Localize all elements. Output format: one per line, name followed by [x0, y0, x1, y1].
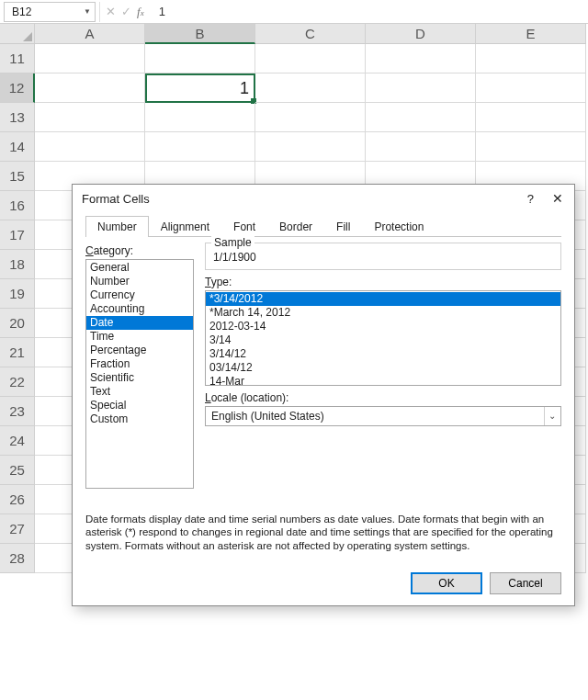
format-cells-dialog: Format Cells ? ✕ NumberAlignmentFontBord… [72, 184, 575, 606]
row-header[interactable]: 22 [0, 367, 35, 397]
cell[interactable] [366, 132, 476, 162]
list-item[interactable]: *3/14/2012 [206, 292, 560, 306]
formula-bar: B12 ▼ ✕ ✓ fx 1 [0, 0, 588, 24]
sample-value: 1/1/1900 [213, 251, 256, 264]
column-headers: ABCDE [0, 24, 588, 44]
name-box[interactable]: B12 ▼ [4, 2, 96, 22]
cell[interactable] [255, 103, 366, 132]
column-header[interactable]: A [35, 24, 145, 44]
name-box-dropdown-icon[interactable]: ▼ [84, 7, 91, 16]
cell[interactable] [145, 103, 255, 132]
list-item[interactable]: Currency [86, 288, 193, 302]
dialog-buttons: OK Cancel [73, 563, 574, 605]
column-header[interactable]: E [476, 24, 586, 44]
row-header[interactable]: 21 [0, 338, 35, 367]
list-item[interactable]: General [86, 261, 193, 275]
column-header[interactable]: B [145, 24, 255, 44]
help-icon[interactable]: ? [524, 192, 537, 206]
row-header[interactable]: 25 [0, 456, 35, 485]
category-listbox[interactable]: GeneralNumberCurrencyAccountingDateTimeP… [85, 259, 194, 489]
list-item[interactable]: *March 14, 2012 [206, 306, 560, 320]
ok-button[interactable]: OK [411, 572, 482, 594]
row-header[interactable]: 17 [0, 220, 35, 250]
row-header[interactable]: 18 [0, 250, 35, 279]
tab-protection[interactable]: Protection [362, 216, 435, 237]
cell[interactable]: 1 [145, 73, 255, 103]
select-all-corner[interactable] [0, 24, 35, 44]
list-item[interactable]: 3/14 [206, 333, 560, 347]
list-item[interactable]: Percentage [86, 344, 193, 357]
cell[interactable] [366, 103, 476, 132]
column-header[interactable]: C [255, 24, 366, 44]
cell[interactable] [366, 73, 476, 103]
cell[interactable] [35, 73, 145, 103]
cell[interactable] [255, 73, 366, 103]
format-description: Date formats display date and time seria… [85, 513, 561, 552]
row-header[interactable]: 12 [0, 73, 35, 103]
row-header[interactable]: 27 [0, 514, 35, 544]
list-item[interactable]: Number [86, 275, 193, 288]
row-header[interactable]: 13 [0, 103, 35, 132]
list-item[interactable]: 03/14/12 [206, 361, 560, 375]
list-item[interactable]: Date [86, 316, 193, 330]
list-item[interactable]: 14-Mar [206, 375, 560, 386]
grid-row: 11 [0, 44, 588, 73]
cell[interactable] [145, 44, 255, 73]
cell[interactable] [476, 132, 586, 162]
insert-function-icon[interactable]: fx [137, 5, 144, 19]
cell[interactable] [35, 132, 145, 162]
cell[interactable] [35, 103, 145, 132]
tab-alignment[interactable]: Alignment [149, 216, 221, 237]
row-header[interactable]: 11 [0, 44, 35, 73]
list-item[interactable]: Scientific [86, 371, 193, 385]
grid-row: 14 [0, 132, 588, 162]
row-header[interactable]: 28 [0, 544, 35, 573]
type-label: Type: [205, 276, 561, 288]
tab-border[interactable]: Border [267, 216, 324, 237]
category-label: Category: [85, 244, 194, 257]
dialog-titlebar[interactable]: Format Cells ? ✕ [73, 185, 574, 212]
cell[interactable] [145, 132, 255, 162]
list-item[interactable]: Time [86, 330, 193, 344]
list-item[interactable]: Special [86, 399, 193, 412]
cell[interactable] [476, 44, 586, 73]
row-header[interactable]: 24 [0, 426, 35, 456]
tab-number[interactable]: Number [85, 216, 149, 237]
tab-fill[interactable]: Fill [324, 216, 362, 237]
row-header[interactable]: 14 [0, 132, 35, 162]
tab-font[interactable]: Font [221, 216, 267, 237]
list-item[interactable]: Accounting [86, 302, 193, 316]
list-item[interactable]: Fraction [86, 357, 193, 371]
cell[interactable] [35, 44, 145, 73]
row-header[interactable]: 26 [0, 485, 35, 514]
type-listbox[interactable]: *3/14/2012*March 14, 20122012-03-143/143… [205, 290, 561, 386]
list-item[interactable]: 2012-03-14 [206, 320, 560, 333]
locale-label: Locale (location): [205, 391, 561, 404]
enter-entry-icon: ✓ [121, 5, 131, 18]
formula-bar-value[interactable]: 1 [150, 5, 165, 18]
sample-box: Sample 1/1/1900 [205, 243, 561, 270]
row-header[interactable]: 20 [0, 309, 35, 338]
cancel-button[interactable]: Cancel [490, 572, 561, 594]
row-header[interactable]: 15 [0, 162, 35, 191]
chevron-down-icon: ⌄ [544, 407, 559, 425]
locale-combo[interactable]: English (United States) ⌄ [205, 406, 561, 426]
dialog-tabs: NumberAlignmentFontBorderFillProtection [85, 216, 561, 237]
list-item[interactable]: 3/14/12 [206, 347, 560, 361]
locale-value: English (United States) [211, 410, 324, 423]
cell[interactable] [366, 44, 476, 73]
grid-row: 13 [0, 103, 588, 132]
row-header[interactable]: 23 [0, 397, 35, 426]
grid-row: 121 [0, 73, 588, 103]
list-item[interactable]: Custom [86, 412, 193, 426]
sample-label: Sample [211, 236, 254, 249]
list-item[interactable]: Text [86, 385, 193, 399]
cell[interactable] [255, 132, 366, 162]
cell[interactable] [476, 103, 586, 132]
cell[interactable] [255, 44, 366, 73]
close-icon[interactable]: ✕ [548, 192, 567, 205]
cell[interactable] [476, 73, 586, 103]
row-header[interactable]: 16 [0, 191, 35, 220]
row-header[interactable]: 19 [0, 279, 35, 309]
column-header[interactable]: D [366, 24, 476, 44]
